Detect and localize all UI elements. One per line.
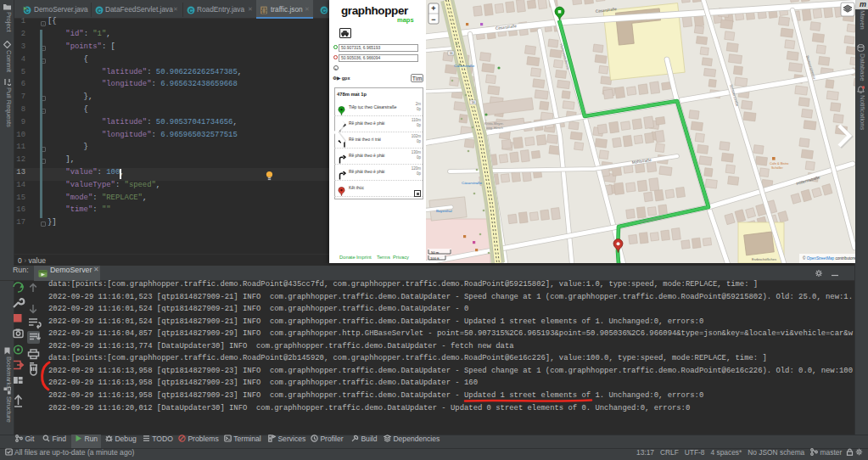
- svg-text:50 m: 50 m: [431, 250, 440, 255]
- svg-text:+: +: [431, 4, 435, 13]
- svg-text:Cafe & Bistro: Cafe & Bistro: [770, 162, 788, 165]
- svg-text:100 ft: 100 ft: [430, 256, 440, 261]
- svg-text:Cäsarstraße: Cäsarstraße: [454, 64, 475, 68]
- svg-text:Erzbischöfliches: Erzbischöfliches: [752, 257, 776, 261]
- svg-text:−: −: [431, 15, 435, 24]
- svg-text:C: C: [322, 8, 327, 14]
- svg-text:Krista-Meyer-: Krista-Meyer-: [484, 122, 505, 126]
- svg-text:16: 16: [449, 52, 452, 55]
- svg-text:16: 16: [471, 101, 474, 104]
- svg-text:C: C: [98, 8, 102, 14]
- svg-text:weg. Hirsch: weg. Hirsch: [486, 126, 503, 130]
- svg-text:C: C: [189, 8, 193, 14]
- svg-text:Schöller: Schöller: [771, 166, 783, 170]
- svg-text:{}: {}: [260, 8, 267, 14]
- svg-text:© OpenStreetMap contributors: © OpenStreetMap contributors: [803, 255, 855, 261]
- svg-text:Bayenthal: Bayenthal: [436, 209, 452, 213]
- svg-text:Cäsarstraße: Cäsarstraße: [462, 181, 483, 185]
